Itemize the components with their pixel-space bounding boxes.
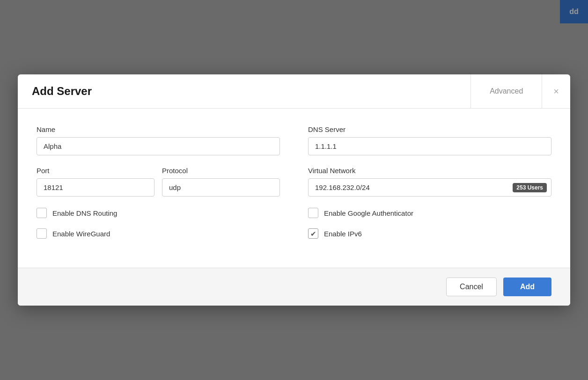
enable-google-auth-row: Enable Google Authenticator xyxy=(308,208,551,218)
port-label: Port xyxy=(37,167,154,175)
users-badge: 253 Users xyxy=(513,183,547,192)
protocol-input[interactable] xyxy=(162,178,280,197)
virtual-network-label: Virtual Network xyxy=(308,167,551,175)
cancel-button[interactable]: Cancel xyxy=(446,278,497,296)
enable-google-auth-checkbox[interactable] xyxy=(308,208,318,218)
right-column: DNS Server Virtual Network 253 Users xyxy=(308,125,551,249)
add-button[interactable]: Add xyxy=(503,278,551,296)
dialog-body: Name Port Protocol xyxy=(18,109,570,268)
protocol-label: Protocol xyxy=(162,167,280,175)
form-grid: Name Port Protocol xyxy=(37,125,551,249)
enable-wireguard-label: Enable WireGuard xyxy=(52,230,110,238)
enable-ipv6-label: Enable IPv6 xyxy=(324,230,362,238)
advanced-tab[interactable]: Advanced xyxy=(470,74,542,108)
port-input[interactable] xyxy=(37,178,154,197)
enable-ipv6-checkbox[interactable]: ✔ xyxy=(308,228,318,239)
enable-ipv6-row: ✔ Enable IPv6 xyxy=(308,228,551,239)
name-group: Name xyxy=(37,125,280,155)
name-input[interactable] xyxy=(37,137,280,155)
name-label: Name xyxy=(37,125,280,133)
dialog-title: Add Server xyxy=(18,74,470,108)
dialog-overlay: Add Server Advanced × Name xyxy=(0,0,588,380)
enable-dns-routing-row: Enable DNS Routing xyxy=(37,208,280,218)
dns-server-input[interactable] xyxy=(308,137,551,155)
add-server-dialog: Add Server Advanced × Name xyxy=(18,74,570,306)
dialog-header: Add Server Advanced × xyxy=(18,74,570,109)
virtual-network-group: Virtual Network 253 Users xyxy=(308,167,551,197)
left-column: Name Port Protocol xyxy=(37,125,280,249)
enable-dns-routing-label: Enable DNS Routing xyxy=(52,209,117,217)
protocol-group: Protocol xyxy=(162,167,280,197)
advanced-tab-label: Advanced xyxy=(490,87,523,95)
port-protocol-row: Port Protocol xyxy=(37,167,280,197)
dialog-footer: Cancel Add xyxy=(18,268,570,306)
checkmark-icon: ✔ xyxy=(310,230,316,237)
virtual-network-wrapper: 253 Users xyxy=(308,178,551,197)
close-icon: × xyxy=(553,86,559,97)
enable-wireguard-row: Enable WireGuard xyxy=(37,228,280,239)
dns-server-label: DNS Server xyxy=(308,125,551,133)
dns-server-group: DNS Server xyxy=(308,125,551,155)
port-protocol-group: Port Protocol xyxy=(37,167,280,197)
enable-dns-routing-checkbox[interactable] xyxy=(37,208,47,218)
close-button[interactable]: × xyxy=(542,74,570,108)
enable-wireguard-checkbox[interactable] xyxy=(37,228,47,239)
port-group: Port xyxy=(37,167,154,197)
enable-google-auth-label: Enable Google Authenticator xyxy=(324,209,413,217)
